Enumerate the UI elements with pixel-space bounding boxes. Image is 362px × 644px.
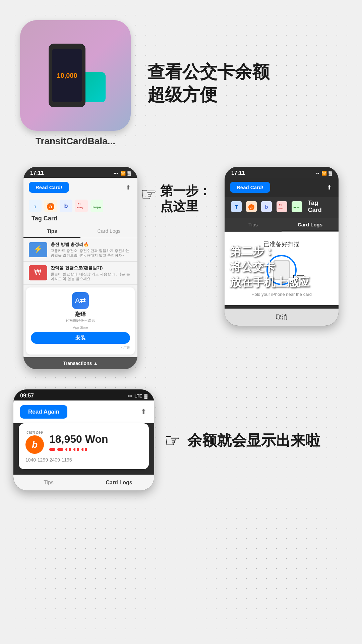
phone2-wrapper: 17:11 ▪▪ 🛜 ▓ Read Card! ⬆ T b bbox=[225, 167, 339, 369]
hanpay-logo-2: hanpay bbox=[291, 200, 303, 213]
ad-source: App Store bbox=[31, 326, 130, 329]
share-icon-1: ⬆ bbox=[124, 183, 132, 192]
bottom-content-row: 09:57 ▪▪▪ LTE ▓ Read Again ⬆ cash bee b bbox=[13, 389, 349, 490]
svg-text:b: b bbox=[250, 206, 253, 210]
cashbee-dots bbox=[49, 448, 108, 451]
read-again-button[interactable]: Read Again bbox=[20, 405, 67, 419]
hanpay-logo: hanpay bbox=[90, 200, 103, 212]
rplus-logo-2: R+money bbox=[276, 200, 288, 213]
phone-graphic: 10,000 bbox=[49, 44, 85, 107]
cashbee-b-logo: b bbox=[25, 435, 44, 454]
step2-annotation: 第二步： 将公交卡 放在手机上感应 bbox=[230, 244, 309, 290]
svg-text:b: b bbox=[64, 203, 68, 209]
step1-text: 第一步： 点这里 bbox=[160, 183, 211, 214]
wifi-icon: 🛜 bbox=[120, 171, 126, 176]
tab-cardlogs-2[interactable]: Card Logs bbox=[282, 218, 339, 231]
share-icon-3: ⬆ bbox=[139, 408, 147, 416]
svg-text:₩: ₩ bbox=[34, 268, 42, 276]
ad-app-icon: A⇄ bbox=[72, 292, 89, 309]
tab-tips-1[interactable]: Tips bbox=[23, 225, 80, 238]
step2-text: 第二步： 将公交卡 放在手机上感应 bbox=[230, 244, 309, 290]
svg-text:R+: R+ bbox=[78, 203, 81, 205]
app-icon: 10,000 bbox=[20, 20, 131, 131]
ad-label: × 广告 bbox=[31, 345, 130, 350]
dot-5 bbox=[81, 448, 87, 451]
phone3-frame: 09:57 ▪▪▪ LTE ▓ Read Again ⬆ cash bee b bbox=[13, 389, 154, 490]
svg-text:hanpay: hanpay bbox=[93, 206, 101, 209]
tab-tips-2[interactable]: Tips bbox=[225, 218, 282, 231]
phone3-time: 09:57 bbox=[20, 393, 34, 399]
read-card-button-1[interactable]: Read Card! bbox=[29, 182, 69, 193]
tab-cardlogs-3[interactable]: Card Logs bbox=[84, 475, 154, 490]
phone1-status-icons: ▪▪▪ 🛜 ▓ bbox=[114, 171, 131, 176]
phone3-header: Read Again ⬆ bbox=[13, 400, 154, 423]
tag-card-label-1: Tag Card bbox=[29, 215, 57, 222]
transactions-bar[interactable]: Transactions ▲ bbox=[23, 357, 137, 369]
svg-text:R+: R+ bbox=[279, 204, 282, 206]
svg-text:money: money bbox=[77, 207, 83, 209]
phone2-status-bar: 17:11 ▪▪ 🛜 ▓ bbox=[225, 167, 339, 178]
tab-cardlogs-1[interactable]: Card Logs bbox=[80, 225, 137, 238]
battery-icon: ▓ bbox=[128, 171, 131, 176]
cursor-icon-balance: ☞ bbox=[164, 430, 181, 451]
btype-logo: b bbox=[60, 200, 72, 212]
svg-text:cash: cash bbox=[48, 202, 52, 204]
step1-annotation: ☞ 第一步： 点这里 bbox=[140, 183, 211, 214]
app-name-label: TransitCardBala... bbox=[20, 136, 131, 147]
tip-item-1: ⚡ 충전 방법 총정리🔥 교통카드 충전소, 충전수단과 알뜰하게 충전하는 방… bbox=[23, 238, 137, 262]
tip-desc-1: 교통카드 충전소, 충전수단과 알뜰하게 충전하는 방법을 알려드립니다. 해매… bbox=[51, 248, 132, 258]
cursor-icon-1: ☞ bbox=[140, 183, 157, 205]
top-section: 10,000 TransitCardBala... 查看公交卡余额 超级方便 bbox=[0, 0, 362, 160]
tips-list-1: ⚡ 충전 방법 총정리🔥 교통카드 충전소, 충전수단과 알뜰하게 충전하는 방… bbox=[23, 238, 137, 285]
cashbee-card-number: 1040-1299-2409-1195 bbox=[25, 457, 142, 463]
battery-icon-3: ▓ bbox=[144, 393, 147, 398]
tab-tips-3[interactable]: Tips bbox=[13, 475, 84, 490]
tip-desc-2: 환불이 필요할때, 대신상 카드 사용할 때, 작은 돈이라도 꼭 환불 받으세… bbox=[51, 272, 132, 281]
svg-text:money: money bbox=[278, 207, 283, 209]
tmoney-logo: T bbox=[29, 200, 42, 212]
svg-text:hanpay: hanpay bbox=[293, 206, 301, 208]
phone1-tab-bar: Tips Card Logs bbox=[23, 225, 137, 238]
svg-text:T: T bbox=[34, 205, 36, 209]
phone2-logos-dark: T b b R+money hanpay Tag Card bbox=[225, 197, 339, 218]
tip-title-1: 충전 방법 총정리🔥 bbox=[51, 241, 132, 248]
phone3-status-bar: 09:57 ▪▪▪ LTE ▓ bbox=[13, 389, 154, 400]
bottom-section: 09:57 ▪▪▪ LTE ▓ Read Again ⬆ cash bee b bbox=[0, 376, 362, 511]
signal-icon: ▪▪▪ bbox=[114, 171, 118, 176]
signal-icon-2: ▪▪ bbox=[316, 171, 319, 176]
tmoney-logo-2: T bbox=[230, 200, 242, 213]
phone1-status-bar: 17:11 ▪▪▪ 🛜 ▓ bbox=[23, 167, 137, 178]
cashbee-balance-area: 18,950 Won bbox=[49, 433, 108, 451]
ad-banner-1: A⇄ 翻译 轻松翻译任何语言 App Store 安装 × 广告 bbox=[26, 287, 135, 355]
balance-annotation: ☞ 余额就会显示出来啦 bbox=[164, 430, 320, 451]
phone3-status-icons: ▪▪▪ LTE ▓ bbox=[128, 393, 147, 398]
phone3-tab-bar: Tips Card Logs bbox=[13, 475, 154, 490]
phone2-tab-bar: Tips Card Logs bbox=[225, 218, 339, 232]
cancel-button[interactable]: 取消 bbox=[225, 309, 339, 326]
read-card-button-2[interactable]: Read Card! bbox=[230, 182, 270, 193]
phone1-annotation-wrapper: 17:11 ▪▪▪ 🛜 ▓ Read Card! ⬆ bbox=[23, 167, 137, 369]
tip-thumb-2: ₩ bbox=[29, 265, 47, 280]
tip-text-1: 충전 방법 총정리🔥 교통카드 충전소, 충전수단과 알뜰하게 충전하는 방법을… bbox=[51, 241, 132, 258]
btype-logo-2: b bbox=[260, 200, 273, 213]
share-icon-2: ⬆ bbox=[325, 183, 333, 192]
tag-card-label-2: Tag Card bbox=[306, 200, 333, 214]
cashbee-amount: 18,950 Won bbox=[49, 433, 108, 445]
dot-2 bbox=[57, 448, 63, 451]
tip-thumb-1: ⚡ bbox=[29, 242, 47, 257]
tip-text-2: 잔액을 현금으로(환불받기) 환불이 필요할때, 대신상 카드 사용할 때, 작… bbox=[51, 265, 132, 281]
battery-icon-2: ▓ bbox=[329, 171, 332, 176]
dot-1 bbox=[49, 448, 55, 451]
card-logos-row-1: T b cash bbox=[23, 197, 137, 225]
ad-subtitle: 轻松翻译任何语言 bbox=[31, 318, 130, 323]
phone2-status-icons: ▪▪ 🛜 ▓ bbox=[316, 171, 332, 176]
cashbee-card-header: cash bee b 18,950 Won bbox=[25, 430, 142, 454]
ad-install-button[interactable]: 安装 bbox=[31, 332, 130, 344]
svg-rect-8 bbox=[75, 200, 88, 212]
svg-rect-24 bbox=[277, 201, 287, 212]
svg-text:b: b bbox=[49, 204, 52, 209]
cashbee-card: cash bee b 18,950 Won 104 bbox=[19, 423, 149, 469]
signal-icon-3: ▪▪▪ bbox=[128, 393, 132, 398]
cashbee-logo-2: b bbox=[245, 200, 257, 213]
carrier-label: LTE bbox=[134, 393, 142, 398]
